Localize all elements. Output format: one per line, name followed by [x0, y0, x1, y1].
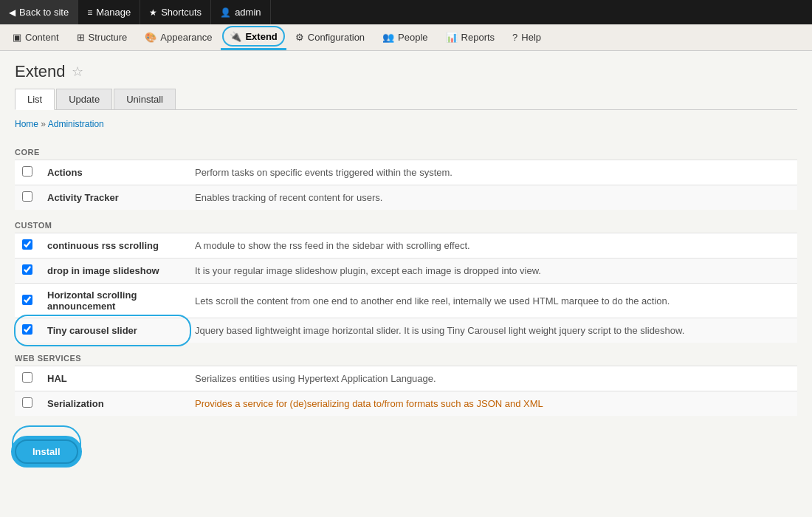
back-to-site-button[interactable]: ◀ Back to site	[0, 0, 78, 24]
tabs: List Update Uninstall	[15, 89, 797, 110]
checkbox-slideshow[interactable]	[22, 264, 32, 275]
module-table-web-services: HAL Serializes entities using Hypertext …	[15, 366, 797, 416]
section-header-web-services: Web Services	[15, 346, 797, 366]
module-name-horizontal: Horizontal scrolling announcement	[40, 284, 187, 318]
install-button[interactable]: Install	[15, 439, 78, 464]
module-name-slideshow: drop in image slideshow	[40, 258, 187, 284]
section-custom: Custom continuous rss scrolling A module…	[15, 213, 797, 343]
nav-item-reports[interactable]: 📊 Reports	[437, 24, 504, 50]
manage-button[interactable]: ≡ Manage	[78, 0, 140, 24]
section-header-custom: Custom	[15, 213, 797, 233]
module-desc-tiny-carousel: Jquery based lightweight image horizonta…	[187, 318, 797, 343]
module-name-activity-tracker: Activity Tracker	[40, 185, 187, 210]
module-table-custom: continuous rss scrolling A module to sho…	[15, 233, 797, 343]
section-header-core: Core	[15, 140, 797, 160]
tab-uninstall[interactable]: Uninstall	[114, 89, 176, 109]
breadcrumb-administration[interactable]: Administration	[48, 119, 104, 129]
reports-icon: 📊	[446, 32, 458, 43]
checkbox-rss[interactable]	[22, 239, 32, 250]
nav-item-content[interactable]: ▣ Content	[4, 24, 68, 50]
nav-item-help[interactable]: ? Help	[503, 24, 550, 50]
appearance-icon: 🎨	[145, 32, 156, 43]
module-desc-activity-tracker: Enables tracking of recent content for u…	[187, 185, 797, 210]
module-row-rss: continuous rss scrolling A module to sho…	[15, 233, 797, 258]
section-core: Core Actions Perform tasks on specific e…	[15, 140, 797, 210]
favorite-icon[interactable]: ☆	[72, 64, 83, 80]
admin-user-button[interactable]: 👤 admin	[211, 0, 270, 24]
module-row-slideshow: drop in image slideshow It is your regul…	[15, 258, 797, 284]
module-desc-horizontal: Lets scroll the content from one end to …	[187, 284, 797, 318]
module-row-actions: Actions Perform tasks on specific events…	[15, 160, 797, 185]
people-icon: 👥	[382, 32, 394, 43]
breadcrumb: Home » Administration	[15, 119, 797, 129]
back-arrow-icon: ◀	[9, 7, 16, 18]
module-row-hal: HAL Serializes entities using Hypertext …	[15, 366, 797, 391]
module-row-activity-tracker: Activity Tracker Enables tracking of rec…	[15, 185, 797, 210]
nav-item-appearance[interactable]: 🎨 Appearance	[136, 24, 221, 50]
nav-item-people[interactable]: 👥 People	[374, 24, 436, 50]
checkbox-serialization[interactable]	[22, 397, 32, 408]
module-name-serialization: Serialization	[40, 391, 187, 417]
page-content: Extend ☆ List Update Uninstall Home » Ad…	[0, 51, 812, 475]
module-row-tiny-carousel: Tiny carousel slider Jquery based lightw…	[15, 318, 797, 343]
checkbox-hal[interactable]	[22, 372, 32, 383]
star-icon: ★	[149, 7, 157, 18]
tab-list[interactable]: List	[15, 89, 55, 110]
shortcuts-button[interactable]: ★ Shortcuts	[140, 0, 211, 24]
admin-bar: ◀ Back to site ≡ Manage ★ Shortcuts 👤 ad…	[0, 0, 812, 24]
manage-icon: ≡	[87, 7, 92, 18]
module-name-actions: Actions	[40, 160, 187, 185]
nav-item-extend[interactable]: 🔌 Extend	[221, 24, 286, 50]
module-name-hal: HAL	[40, 366, 187, 391]
module-desc-actions: Perform tasks on specific events trigger…	[187, 160, 797, 185]
module-row-horizontal: Horizontal scrolling announcement Lets s…	[15, 284, 797, 318]
module-desc-slideshow: It is your regular image slideshow plugi…	[187, 258, 797, 284]
nav-item-configuration[interactable]: ⚙ Configuration	[286, 24, 374, 50]
page-title: Extend ☆	[15, 62, 797, 81]
checkbox-horizontal[interactable]	[22, 295, 32, 305]
module-name-rss: continuous rss scrolling	[40, 233, 187, 258]
breadcrumb-home[interactable]: Home	[15, 119, 38, 129]
tab-update[interactable]: Update	[56, 89, 112, 109]
checkbox-tiny-carousel[interactable]	[22, 324, 32, 335]
secondary-nav: ▣ Content ⊞ Structure 🎨 Appearance 🔌 Ext…	[0, 24, 812, 51]
checkbox-actions[interactable]	[22, 166, 32, 177]
configuration-icon: ⚙	[295, 32, 304, 43]
checkbox-activity-tracker[interactable]	[22, 191, 32, 202]
help-icon: ?	[512, 32, 517, 43]
content-icon: ▣	[13, 32, 21, 43]
nav-item-structure[interactable]: ⊞ Structure	[68, 24, 137, 50]
module-name-tiny-carousel: Tiny carousel slider	[40, 318, 187, 343]
module-desc-hal: Serializes entities using Hypertext Appl…	[187, 366, 797, 391]
module-desc-serialization: Provides a service for (de)serializing d…	[187, 391, 797, 417]
structure-icon: ⊞	[77, 32, 85, 43]
module-row-serialization: Serialization Provides a service for (de…	[15, 391, 797, 417]
module-table-core: Actions Perform tasks on specific events…	[15, 160, 797, 210]
user-icon: 👤	[220, 7, 231, 18]
section-web-services: Web Services HAL Serializes entities usi…	[15, 346, 797, 416]
extend-icon: 🔌	[230, 31, 241, 42]
module-desc-rss: A module to show the rss feed in the sid…	[187, 233, 797, 258]
